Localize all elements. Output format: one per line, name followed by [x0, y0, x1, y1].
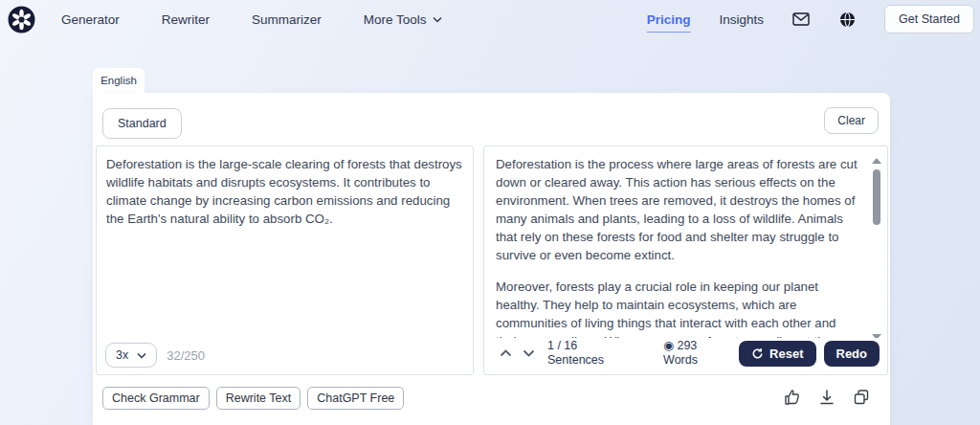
chevron-down-icon	[137, 352, 146, 359]
redo-button[interactable]: Redo	[824, 341, 880, 367]
globe-icon[interactable]	[838, 11, 856, 28]
get-started-button[interactable]: Get Started	[884, 5, 974, 34]
refresh-icon	[751, 347, 764, 360]
reset-button[interactable]: Reset	[739, 341, 815, 367]
input-textarea[interactable]: Deforestation is the large-scale clearin…	[106, 155, 463, 332]
sentence-counter-value: 1 / 16	[547, 339, 604, 353]
output-box: Deforestation is the process where large…	[483, 145, 888, 375]
mail-icon[interactable]	[792, 11, 810, 28]
output-actions: Reset Redo	[739, 341, 880, 367]
nav-item-more-tools[interactable]: More Tools	[364, 12, 442, 27]
char-counter: 32/250	[167, 348, 205, 363]
rewrite-text-button[interactable]: Rewrite Text	[216, 387, 301, 410]
input-bottom-bar: 3x 32/250	[105, 343, 205, 368]
word-counter: ◉ 293 Words	[663, 339, 698, 368]
output-bottom-bar: 1 / 16 Sentences ◉ 293 Words Reset Redo	[494, 338, 880, 369]
reset-label: Reset	[769, 347, 803, 361]
multiplier-value: 3x	[116, 348, 128, 362]
nav-link-pricing[interactable]: Pricing	[647, 12, 691, 33]
word-counter-label: Words	[663, 353, 698, 368]
word-counter-value: ◉ 293	[663, 339, 698, 353]
footer-icons	[783, 388, 871, 407]
nav-item-summarizer[interactable]: Summarizer	[252, 12, 322, 27]
sentence-counter: 1 / 16 Sentences	[547, 339, 604, 368]
scroll-up-icon[interactable]	[872, 158, 881, 164]
app-logo-icon[interactable]	[8, 6, 35, 34]
output-paragraph: Deforestation is the process where large…	[496, 155, 858, 264]
sentence-counter-label: Sentences	[547, 353, 604, 368]
multiplier-select[interactable]: 3x	[105, 343, 157, 368]
clear-button[interactable]: Clear	[824, 107, 879, 134]
check-grammar-button[interactable]: Check Grammar	[102, 387, 210, 410]
footer-tools: Check Grammar Rewrite Text ChatGPT Free	[102, 387, 404, 410]
nav-item-generator[interactable]: Generator	[61, 12, 120, 27]
thumbs-up-icon[interactable]	[783, 388, 802, 407]
scrollbar-thumb[interactable]	[873, 169, 880, 225]
input-box: Deforestation is the large-scale clearin…	[96, 145, 474, 375]
more-tools-label: More Tools	[364, 12, 427, 27]
copy-icon[interactable]	[852, 388, 871, 407]
nav-right: Pricing Insights Get Started	[647, 0, 974, 38]
output-scrollbar[interactable]	[871, 158, 882, 340]
chatgpt-free-button[interactable]: ChatGPT Free	[307, 387, 404, 410]
output-paragraph: Moreover, forests play a crucial role in…	[496, 278, 858, 338]
nav-item-rewriter[interactable]: Rewriter	[162, 12, 210, 27]
top-nav: Generator Rewriter Summarizer More Tools…	[0, 0, 980, 38]
mode-standard-button[interactable]: Standard	[102, 108, 182, 139]
chevron-down-icon	[433, 16, 442, 23]
output-text[interactable]: Deforestation is the process where large…	[496, 155, 858, 338]
nav-menu: Generator Rewriter Summarizer More Tools	[61, 12, 442, 27]
download-icon[interactable]	[817, 388, 836, 407]
prev-sentence-button[interactable]	[494, 342, 517, 365]
nav-link-insights[interactable]: Insights	[720, 12, 765, 27]
next-sentence-button[interactable]	[517, 342, 540, 365]
tab-english[interactable]: English	[93, 68, 145, 93]
main-panel: Standard Clear Deforestation is the larg…	[93, 93, 890, 425]
